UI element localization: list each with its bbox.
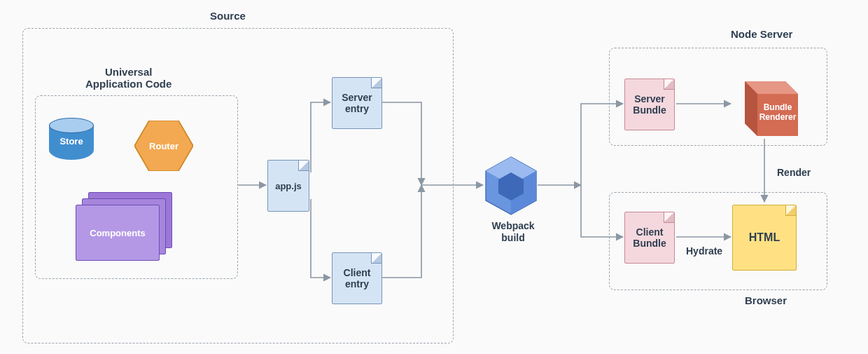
- label-app-js: app.js: [275, 181, 302, 191]
- label-components: Components: [90, 228, 145, 238]
- node-html: HTML: [732, 205, 797, 271]
- label-server-entry: Server entry: [342, 92, 372, 114]
- node-bundle-renderer: Bundle Renderer: [732, 70, 798, 137]
- title-source: Source: [210, 10, 246, 22]
- node-server-bundle: Server Bundle: [624, 79, 675, 130]
- title-node-server: Node Server: [731, 28, 792, 40]
- node-app-js: app.js: [267, 160, 309, 212]
- title-browser: Browser: [745, 294, 787, 306]
- node-store: Store: [49, 118, 94, 160]
- label-client-entry: Client entry: [344, 267, 371, 290]
- label-bundle-renderer: Bundle Renderer: [757, 102, 798, 123]
- node-client-entry: Client entry: [332, 252, 382, 304]
- label-html: HTML: [749, 231, 780, 244]
- node-client-bundle: Client Bundle: [624, 212, 675, 264]
- label-server-bundle: Server Bundle: [633, 93, 666, 116]
- node-router: Router: [134, 121, 193, 171]
- label-hydrate: Hydrate: [686, 245, 722, 257]
- label-store: Store: [49, 136, 94, 147]
- label-webpack: Webpack build: [486, 220, 540, 244]
- node-server-entry: Server entry: [332, 77, 382, 129]
- node-webpack: [484, 156, 538, 216]
- label-client-bundle: Client Bundle: [633, 226, 666, 249]
- node-components: Components: [76, 192, 172, 258]
- label-router: Router: [149, 141, 178, 151]
- title-universal: Universal Application Code: [85, 66, 172, 90]
- label-render: Render: [777, 167, 811, 179]
